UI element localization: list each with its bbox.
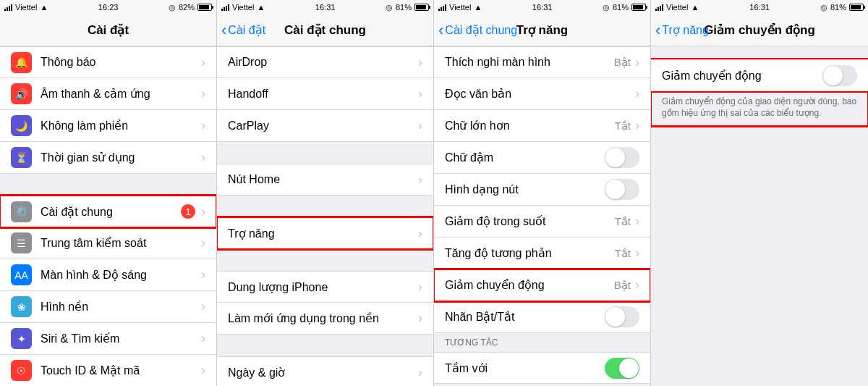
row-label: Hình dạng nút [445, 182, 605, 196]
settings-row[interactable]: 🔊Âm thanh & cảm ứng› [0, 78, 216, 110]
row-label: Làm mới ứng dụng trong nền [228, 311, 418, 325]
pane-0: Viettel▲16:23◎82%Cài đặt🔔Thông báo›🔊Âm t… [0, 0, 217, 386]
row-label: Giảm chuyển động [445, 278, 614, 292]
settings-row[interactable]: ☰Trung tâm kiểm soát› [0, 227, 216, 259]
battery-percent: 81% [396, 3, 412, 12]
nav-bar: Cài đặt [0, 14, 216, 46]
status-bar: Viettel▲16:31◎81% [434, 0, 650, 14]
battery-icon [414, 4, 429, 11]
settings-row[interactable]: AAMàn hình & Độ sáng› [0, 259, 216, 291]
pane-2: Viettel▲16:31◎81%‹Cài đặt chungTrợ năngT… [434, 0, 651, 386]
settings-row[interactable]: 🌙Không làm phiền› [0, 110, 216, 142]
row-icon: AA [11, 264, 32, 285]
spacer [651, 46, 868, 59]
back-label: Cài đặt [228, 23, 265, 37]
row-detail: Bật [614, 279, 631, 292]
row-icon: ❀ [11, 296, 32, 317]
status-time: 16:31 [749, 3, 770, 12]
settings-row[interactable]: ⚙️Cài đặt chung1› [0, 196, 216, 227]
status-time: 16:23 [98, 3, 119, 12]
signal-icon [438, 4, 446, 11]
settings-row[interactable]: Trợ năng› [217, 217, 433, 249]
page-title: Trợ năng [516, 22, 568, 38]
carrier-label: Viettel [15, 3, 37, 12]
settings-row[interactable]: Làm mới ứng dụng trong nền› [217, 303, 433, 335]
settings-row[interactable]: ❀Hình nền› [0, 291, 216, 323]
wifi-icon: ▲ [257, 3, 265, 12]
row-group: Nút Home› [217, 164, 433, 196]
settings-row[interactable]: Tăng độ tương phảnTắt› [434, 238, 650, 269]
settings-row[interactable]: CarPlay› [217, 110, 433, 142]
row-label: Cài đặt chung [41, 205, 181, 219]
chevron-right-icon: › [418, 365, 422, 380]
settings-row[interactable]: AirDrop› [217, 46, 433, 78]
row-label: Giảm chuyển động [662, 69, 822, 83]
settings-row[interactable]: Giảm chuyển độngBật› [434, 269, 650, 301]
settings-row[interactable]: Giảm độ trong suốtTắt› [434, 206, 650, 238]
settings-row[interactable]: Dung lượng iPhone› [217, 271, 433, 303]
settings-row[interactable]: Nhãn Bật/Tắt [434, 301, 650, 333]
row-icon: ✦ [11, 328, 32, 349]
settings-row[interactable]: Nút Home› [217, 164, 433, 196]
row-icon: 🔔 [11, 52, 32, 73]
back-button[interactable]: ‹Cài đặt chung [438, 22, 517, 38]
settings-row[interactable]: Chữ lớn hơnTắt› [434, 110, 650, 142]
chevron-left-icon: ‹ [221, 22, 226, 38]
row-label: AirDrop [228, 56, 418, 69]
row-label: Đọc văn bản [445, 87, 635, 101]
row-icon: ⚙️ [11, 201, 32, 222]
chevron-right-icon: › [635, 55, 639, 70]
back-label: Trợ năng [662, 23, 709, 37]
battery-indicator-icon: ◎ [603, 3, 610, 12]
settings-row[interactable]: Ngày & giờ› [217, 356, 433, 386]
row-label: Không làm phiền [41, 119, 201, 133]
row-label: Siri & Tìm kiếm [41, 332, 201, 345]
chevron-left-icon: ‹ [655, 22, 660, 38]
chevron-right-icon: › [418, 280, 422, 295]
toggle-switch[interactable] [605, 358, 639, 379]
settings-row[interactable]: Hình dạng nút [434, 174, 650, 206]
settings-row[interactable]: Chữ đậm [434, 142, 650, 174]
settings-row[interactable]: Đọc văn bản› [434, 78, 650, 110]
chevron-right-icon: › [201, 118, 205, 133]
back-button[interactable]: ‹Trợ năng [655, 22, 709, 38]
toggle-switch[interactable] [822, 65, 857, 86]
spacer [217, 142, 433, 164]
pane-1: Viettel▲16:31◎81%‹Cài đặtCài đặt chungAi… [217, 0, 434, 386]
toggle-switch[interactable] [605, 179, 639, 200]
page-title: Giảm chuyển động [704, 22, 815, 38]
wifi-icon: ▲ [691, 3, 699, 12]
toggle-switch[interactable] [605, 147, 639, 168]
row-label: Tầm với [445, 361, 605, 375]
content: Thích nghi màn hìnhBật›Đọc văn bản›Chữ l… [434, 46, 650, 386]
chevron-right-icon: › [201, 86, 205, 101]
row-label: Trợ năng [228, 227, 418, 240]
battery-percent: 82% [179, 3, 195, 12]
wifi-icon: ▲ [40, 3, 48, 12]
settings-row[interactable]: ☉Touch ID & Mật mã› [0, 355, 216, 386]
row-label: Giảm độ trong suốt [445, 214, 615, 228]
settings-row[interactable]: ✦Siri & Tìm kiếm› [0, 323, 216, 355]
row-label: Thông báo [41, 56, 201, 69]
chevron-right-icon: › [418, 311, 422, 326]
back-button[interactable]: ‹Cài đặt [221, 22, 265, 38]
settings-row[interactable]: ⏳Thời gian sử dụng› [0, 142, 216, 174]
chevron-right-icon: › [201, 267, 205, 282]
settings-row[interactable]: Handoff› [217, 78, 433, 110]
settings-row[interactable]: Tầm với [434, 352, 650, 384]
toggle-knob [605, 148, 625, 167]
row-label: Ngày & giờ [228, 366, 418, 379]
settings-row[interactable]: 🔔Thông báo› [0, 46, 216, 78]
chevron-right-icon: › [201, 55, 205, 70]
status-time: 16:31 [315, 3, 336, 12]
toggle-switch[interactable] [605, 306, 639, 327]
spacer [217, 249, 433, 271]
chevron-right-icon: › [418, 55, 422, 70]
content: Giảm chuyển độngGiảm chuyển động của gia… [651, 46, 868, 386]
row-detail: Bật [614, 56, 631, 69]
settings-row[interactable]: Giảm chuyển động [651, 59, 868, 91]
settings-row[interactable]: Thích nghi màn hìnhBật› [434, 46, 650, 78]
row-label: Nút Home [228, 173, 418, 186]
nav-bar: ‹Trợ năngGiảm chuyển động [651, 14, 868, 46]
row-label: Trung tâm kiểm soát [41, 236, 201, 250]
